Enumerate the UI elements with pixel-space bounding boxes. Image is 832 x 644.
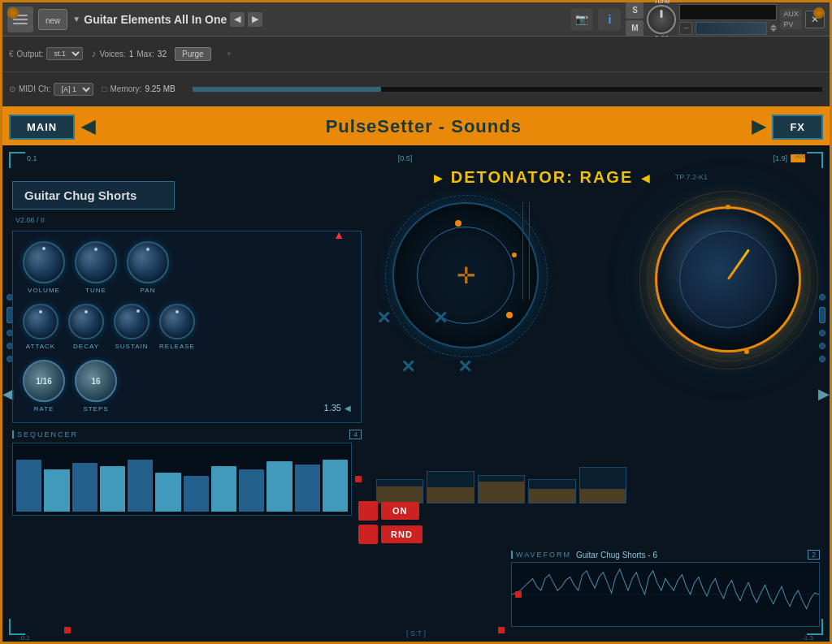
bottom-left-label: -0.2 xyxy=(19,634,30,642)
corner-br xyxy=(807,619,823,635)
purge-extras: ▼ xyxy=(226,50,232,58)
sustain-label: SUSTAIN xyxy=(115,343,148,350)
detonator-prev-arrow[interactable]: ▶ xyxy=(434,171,443,184)
seq-bar-4[interactable] xyxy=(100,466,125,512)
corner-tl xyxy=(9,152,25,168)
big-knob-needle xyxy=(727,249,750,280)
purge-button[interactable]: Purge xyxy=(175,47,211,61)
step-arrow[interactable]: ◀ xyxy=(344,404,351,413)
tune-knob-indicator xyxy=(661,10,663,18)
main-window: new ▼ Guitar Elements All In One ◀ ▶ 📷 i… xyxy=(0,0,832,644)
step-value-display: 1.35 ◀ xyxy=(324,403,351,413)
tune-display-area: ↔ xyxy=(679,4,777,35)
decay-knob[interactable] xyxy=(68,304,104,339)
release-knob-item: RELEASE xyxy=(159,304,195,350)
level-up-arrow xyxy=(770,24,777,28)
output-row: € Output: st.1 ♪ Voices: 1 Max: 32 Purge… xyxy=(2,37,830,71)
memory-icon: □ xyxy=(102,84,106,93)
seq-bar-11[interactable] xyxy=(295,465,320,512)
new-button[interactable]: new xyxy=(38,9,67,30)
instrument-title: Guitar Elements All In One xyxy=(84,13,227,26)
big-knob-container xyxy=(643,194,813,365)
voices-value: 1 xyxy=(129,50,134,58)
pan-label: PAN xyxy=(141,287,156,294)
waveform-red-dot xyxy=(515,591,522,598)
memory-label: Memory: xyxy=(110,84,142,93)
seq-bar-10[interactable] xyxy=(266,461,292,512)
corner-bl xyxy=(9,619,25,635)
tune-knob-ctrl[interactable] xyxy=(75,241,117,283)
output-icon: € xyxy=(9,50,14,58)
hud-seg-5 xyxy=(579,467,626,504)
seq-bar-3[interactable] xyxy=(72,463,98,512)
seq-bar-8[interactable] xyxy=(211,466,236,512)
nav-left-arrow[interactable]: ◀ xyxy=(81,116,95,137)
m-button[interactable]: M xyxy=(626,20,644,37)
decay-label: DECAY xyxy=(73,343,99,350)
hud-seg-1 xyxy=(376,479,423,504)
hud-seg-3 xyxy=(478,475,525,504)
nav-row: MAIN ◀ PulseSetter - Sounds ▶ FX xyxy=(2,108,830,145)
steps-knob[interactable]: 16 xyxy=(75,360,117,402)
attack-knob-item: ATTACK xyxy=(23,304,58,350)
detonator-next-arrow[interactable]: ◀ xyxy=(641,171,650,184)
nav-next-button[interactable]: ▶ xyxy=(248,12,262,27)
seq-bar-12[interactable] xyxy=(323,460,348,512)
steps-value: 16 xyxy=(91,377,100,386)
rnd-button[interactable]: RND xyxy=(381,525,422,543)
main-button[interactable]: MAIN xyxy=(9,115,75,140)
waveform-display xyxy=(511,562,820,627)
memory-bar-fill xyxy=(193,87,382,92)
attack-knob[interactable] xyxy=(23,304,58,339)
seq-bar-2[interactable] xyxy=(44,469,69,512)
rnd-button-row: RND xyxy=(358,525,422,544)
waveform-name: Guitar Chug Shorts - 6 xyxy=(576,551,657,560)
preset-row: Guitar Chug Shorts xyxy=(12,181,362,216)
midi-dropdown[interactable]: [A] 1 xyxy=(54,83,93,96)
stereo-controls: ↔ xyxy=(679,22,777,35)
detonator-row: ▶ DETONATOR: RAGE ◀ xyxy=(360,168,724,187)
right-sidebar-arrow[interactable]: ▶ xyxy=(818,385,830,403)
seq-bar-9[interactable] xyxy=(239,469,264,512)
step-value: 1.35 xyxy=(324,403,341,413)
bottom-center-label: [ S:T ] xyxy=(406,629,426,638)
nav-right-arrow[interactable]: ▶ xyxy=(752,116,765,137)
info-icon[interactable]: i xyxy=(598,8,621,31)
volume-knob[interactable] xyxy=(23,241,65,283)
midi-icon: ⊙ xyxy=(9,84,15,93)
pan-knob[interactable] xyxy=(127,241,169,283)
hud-seg-4 xyxy=(528,479,575,504)
fx-button[interactable]: FX xyxy=(772,115,823,140)
knob-row-3: 1/16 RATE 16 STEPS 1.35 ◀ xyxy=(23,360,351,413)
release-label: RELEASE xyxy=(159,343,195,350)
decay-knob-item: DECAY xyxy=(68,304,104,350)
s-button[interactable]: S xyxy=(626,2,644,19)
seq-bar-7[interactable] xyxy=(184,476,209,512)
big-knob[interactable] xyxy=(655,206,801,352)
tune-label: Tune xyxy=(653,0,670,5)
rate-knob[interactable]: 1/16 xyxy=(23,360,65,402)
center-hud: ✛ xyxy=(392,202,539,348)
camera-icon[interactable]: 📷 xyxy=(570,8,593,31)
seq-bar-1[interactable] xyxy=(16,460,41,512)
on-button[interactable]: ON xyxy=(381,502,419,520)
nav-prev-button[interactable]: ◀ xyxy=(230,12,245,27)
tune-area: Tune 0.00 xyxy=(647,0,676,42)
seq-bar-5[interactable] xyxy=(128,460,153,512)
tune-knob[interactable] xyxy=(647,5,676,34)
version-label: V2.06 / II xyxy=(15,216,362,224)
level-down-arrow xyxy=(770,28,777,32)
ring-dot-top xyxy=(726,205,730,210)
seq-bar-6[interactable] xyxy=(155,473,180,512)
orbit-dot-3 xyxy=(512,253,517,257)
x-deco-3: ✕ xyxy=(401,357,415,378)
sequencer-header: SEQUENCER 4 xyxy=(12,430,362,439)
nav-dropdown-icon[interactable]: ▼ xyxy=(72,15,80,24)
sustain-knob[interactable] xyxy=(114,304,150,339)
max-value: 32 xyxy=(158,50,167,58)
release-knob[interactable] xyxy=(159,304,195,339)
x-deco-2: ✕ xyxy=(433,308,448,329)
output-dropdown[interactable]: st.1 xyxy=(46,47,83,60)
level-meter xyxy=(696,22,767,35)
sequencer-row xyxy=(12,443,362,516)
